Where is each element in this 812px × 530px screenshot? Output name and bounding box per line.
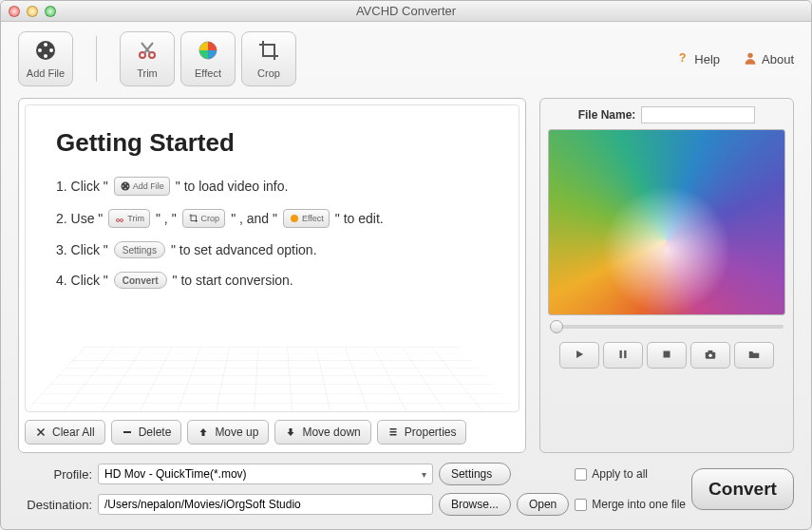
svg-point-2 xyxy=(49,48,53,52)
person-icon xyxy=(743,50,758,68)
about-label: About xyxy=(762,52,794,66)
folder-icon xyxy=(747,348,761,364)
mini-settings-pill: Settings xyxy=(114,241,165,258)
svg-point-12 xyxy=(127,185,129,187)
svg-point-16 xyxy=(121,219,123,222)
destination-label: Destination: xyxy=(18,498,92,512)
svg-rect-27 xyxy=(708,350,713,351)
help-link[interactable]: ? Help xyxy=(675,50,720,68)
help-label: Help xyxy=(694,52,720,66)
svg-rect-21 xyxy=(389,434,396,436)
mini-add-file-icon: Add File xyxy=(114,177,170,196)
stop-button[interactable] xyxy=(647,342,687,369)
svg-point-4 xyxy=(38,48,42,52)
pause-button[interactable] xyxy=(603,342,643,369)
svg-rect-23 xyxy=(624,350,626,357)
svg-point-26 xyxy=(708,353,712,357)
svg-rect-22 xyxy=(620,350,622,357)
mini-effect-icon: Effect xyxy=(283,209,330,228)
main-toolbar: Add File Trim Effect Crop ? Help xyxy=(1,22,811,92)
color-wheel-icon xyxy=(197,39,219,64)
about-link[interactable]: About xyxy=(743,50,794,68)
svg-point-3 xyxy=(44,54,47,58)
titlebar: AVCHD Converter xyxy=(1,1,811,22)
svg-point-1 xyxy=(44,43,47,47)
crop-button[interactable]: Crop xyxy=(241,31,296,86)
merge-checkbox[interactable]: Merge into one file xyxy=(575,498,686,511)
destination-field[interactable]: /Users/nepalon/Movies/iOrgSoft Studio xyxy=(98,494,433,515)
svg-rect-18 xyxy=(123,431,131,433)
svg-rect-19 xyxy=(389,428,396,430)
mini-trim-icon: Trim xyxy=(108,209,150,228)
seek-slider[interactable] xyxy=(550,325,784,329)
trim-label: Trim xyxy=(137,67,158,79)
play-icon xyxy=(573,348,586,364)
add-file-label: Add File xyxy=(27,67,65,79)
video-preview xyxy=(548,129,785,315)
profile-label: Profile: xyxy=(18,467,92,482)
trim-button[interactable]: Trim xyxy=(120,31,175,86)
effect-button[interactable]: Effect xyxy=(180,31,236,86)
play-button[interactable] xyxy=(559,342,599,369)
toolbar-separator xyxy=(96,36,97,82)
svg-point-17 xyxy=(291,215,298,222)
file-name-input[interactable] xyxy=(641,106,755,123)
preview-panel: File Name: xyxy=(539,98,794,453)
svg-point-13 xyxy=(124,188,126,190)
convert-button[interactable]: Convert xyxy=(691,468,794,510)
file-list-panel: Getting Started 1. Click " Add File " to… xyxy=(18,98,526,453)
getting-started-title: Getting Started xyxy=(56,128,488,158)
svg-rect-20 xyxy=(389,431,396,433)
move-up-button[interactable]: Move up xyxy=(187,420,269,445)
profile-select[interactable]: HD Mov - QuickTime(*.mov) xyxy=(98,464,433,484)
help-icon: ? xyxy=(675,50,690,68)
scissors-icon xyxy=(136,39,159,64)
mini-crop-icon: Crop xyxy=(182,209,226,228)
mini-convert-pill: Convert xyxy=(114,272,167,289)
open-button[interactable]: Open xyxy=(517,493,569,516)
camera-icon xyxy=(704,348,717,364)
pause-icon xyxy=(616,348,630,364)
settings-button[interactable]: Settings xyxy=(439,463,511,485)
film-reel-icon xyxy=(34,39,57,64)
getting-started-panel: Getting Started 1. Click " Add File " to… xyxy=(25,104,519,412)
svg-point-15 xyxy=(117,219,120,222)
svg-point-11 xyxy=(124,183,126,185)
crop-icon xyxy=(257,39,280,64)
apply-to-all-checkbox[interactable]: Apply to all xyxy=(575,467,686,481)
move-down-button[interactable]: Move down xyxy=(274,420,370,445)
clear-all-button[interactable]: Clear All xyxy=(25,420,105,445)
effect-label: Effect xyxy=(195,67,221,79)
file-name-label: File Name: xyxy=(578,108,636,122)
svg-point-14 xyxy=(123,185,124,187)
snapshot-button[interactable] xyxy=(690,342,730,369)
properties-button[interactable]: Properties xyxy=(377,420,467,445)
browse-button[interactable]: Browse... xyxy=(439,493,511,516)
crop-label: Crop xyxy=(257,67,280,79)
add-file-button[interactable]: Add File xyxy=(18,31,73,86)
app-window: AVCHD Converter Add File Trim Effect xyxy=(0,0,812,530)
open-folder-button[interactable] xyxy=(734,342,774,369)
delete-button[interactable]: Delete xyxy=(111,420,182,445)
stop-icon xyxy=(660,348,673,364)
window-title: AVCHD Converter xyxy=(1,4,811,18)
svg-text:?: ? xyxy=(679,51,686,65)
svg-rect-24 xyxy=(664,350,670,357)
svg-point-9 xyxy=(747,52,752,57)
